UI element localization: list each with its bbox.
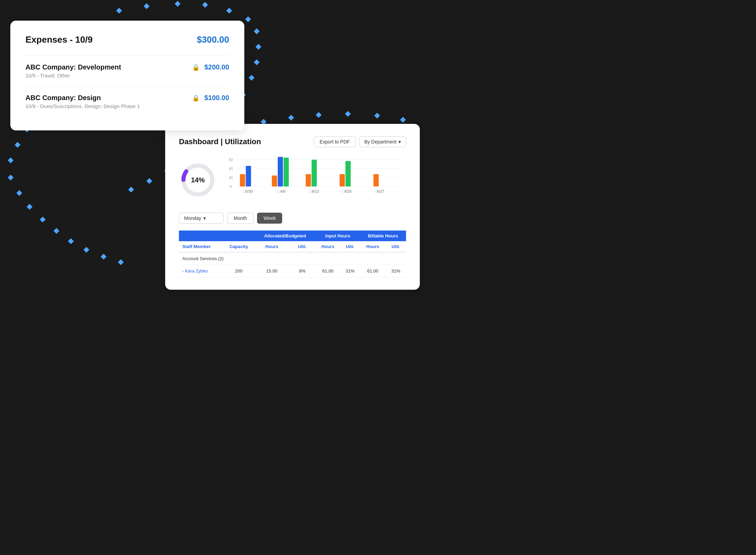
expense-item-left: ABC Company: Development 10/9 - Travel: …	[25, 63, 121, 78]
column-header-row: Staff Member Capacity Hours Util. Hours …	[179, 241, 406, 252]
month-tab[interactable]: Month	[227, 213, 254, 224]
bill-hours-cell: 61.00	[360, 265, 385, 277]
blue-diamond-decoration	[27, 204, 33, 210]
group-by-label: By Department	[364, 139, 396, 145]
col-bill-util: Util.	[385, 241, 406, 252]
blue-diamond-decoration	[40, 217, 46, 223]
chevron-right-icon: ›	[182, 269, 184, 273]
svg-text:6/20: 6/20	[344, 189, 351, 193]
bar-chart: 60 40 20 0	[224, 157, 406, 203]
blue-diamond-decoration	[254, 60, 260, 65]
alloc-hours-cell: 15.00	[255, 265, 289, 277]
svg-text:□: □	[277, 189, 280, 193]
expense-item-amount: $200.00	[204, 63, 229, 71]
chevron-down-icon: ▾	[203, 215, 206, 221]
dashboard-header: Dashboard | Utilization Export to PDF By…	[179, 136, 406, 147]
input-hours-header: Input Hours	[316, 231, 360, 241]
svg-rect-19	[373, 174, 379, 186]
svg-text:0: 0	[230, 184, 232, 189]
dashboard-actions: Export to PDF By Department ▾	[314, 136, 406, 147]
staff-member-cell: › Kara Zybko	[179, 265, 223, 277]
blue-diamond-decoration	[316, 112, 322, 118]
blue-diamond-decoration	[245, 17, 251, 22]
blue-diamond-decoration	[202, 2, 208, 8]
expense-item-right: 🔒 $200.00	[192, 63, 229, 71]
export-pdf-button[interactable]: Export to PDF	[314, 136, 356, 147]
expense-item: ABC Company: Development 10/9 - Travel: …	[25, 55, 229, 86]
blue-diamond-decoration	[256, 44, 262, 50]
blue-diamond-decoration	[175, 1, 181, 7]
col-bill-hours: Hours	[360, 241, 385, 252]
input-hours-cell: 61.00	[316, 265, 340, 277]
col-alloc-hours: Hours	[255, 241, 289, 252]
expense-item-sub: 10/9 - Travel: Other	[25, 73, 121, 78]
staff-link[interactable]: › Kara Zybko	[182, 268, 220, 274]
day-dropdown[interactable]: Monday ▾	[179, 213, 224, 224]
expense-item-amount: $100.00	[204, 94, 229, 102]
col-capacity: Capacity	[223, 241, 255, 252]
svg-rect-11	[246, 166, 251, 186]
svg-rect-18	[345, 161, 351, 186]
svg-text:20: 20	[229, 175, 233, 180]
blue-diamond-decoration	[84, 247, 89, 253]
table-group-header-row: Allocated/Budgeted Input Hours Billable …	[179, 231, 406, 241]
blue-diamond-decoration	[8, 175, 14, 181]
alloc-util-cell: 8%	[289, 265, 316, 277]
lock-icon: 🔒	[192, 64, 200, 71]
week-tab[interactable]: Week	[257, 213, 283, 224]
group-by-dropdown[interactable]: By Department ▾	[359, 136, 406, 147]
blue-diamond-decoration	[68, 238, 74, 244]
chevron-down-icon: ▾	[398, 139, 401, 145]
expense-items-list: ABC Company: Development 10/9 - Travel: …	[25, 55, 229, 117]
blue-diamond-decoration	[345, 111, 351, 117]
svg-rect-16	[312, 160, 317, 186]
donut-percentage: 14%	[191, 176, 205, 184]
blue-diamond-decoration	[116, 8, 122, 14]
bill-util-cell: 31%	[385, 265, 406, 277]
billable-hours-header: Billable Hours	[360, 231, 406, 241]
svg-text:6/27: 6/27	[377, 189, 384, 193]
input-util-cell: 31%	[340, 265, 360, 277]
utilization-table: Allocated/Budgeted Input Hours Billable …	[179, 231, 406, 277]
blue-diamond-decoration	[15, 142, 21, 148]
dashboard-card: Dashboard | Utilization Export to PDF By…	[165, 124, 420, 290]
expenses-title: Expenses - 10/9	[25, 34, 93, 45]
expense-item-right: 🔒 $100.00	[192, 94, 229, 102]
expense-item-left: ABC Company: Design 10/9 - Dues/Suscript…	[25, 94, 140, 109]
svg-text:6/13: 6/13	[312, 189, 319, 193]
expense-item-name: ABC Company: Development	[25, 63, 121, 71]
blue-diamond-decoration	[101, 254, 107, 260]
col-alloc-util: Util.	[289, 241, 316, 252]
blue-diamond-decoration	[54, 228, 60, 234]
blue-diamond-decoration	[118, 259, 124, 265]
lock-icon: 🔒	[192, 94, 200, 102]
svg-rect-12	[272, 175, 277, 186]
blue-diamond-decoration	[400, 117, 406, 123]
blue-diamond-decoration	[128, 187, 134, 193]
col-input-hours: Hours	[316, 241, 340, 252]
allocated-budgeted-header: Allocated/Budgeted	[255, 231, 316, 241]
section-label: Account Services (2)	[179, 252, 406, 265]
blue-diamond-decoration	[144, 3, 150, 9]
blue-diamond-decoration	[17, 190, 22, 196]
controls-row: Monday ▾ Month Week	[179, 213, 406, 224]
table-row: › Kara Zybko 200 15.00 8% 61.00 31% 61.0…	[179, 265, 406, 277]
donut-chart: 14%	[179, 161, 217, 199]
col-input-util: Util.	[340, 241, 360, 252]
day-dropdown-label: Monday	[184, 215, 201, 221]
expenses-header: Expenses - 10/9 $300.00	[25, 34, 229, 45]
expense-item-name: ABC Company: Design	[25, 94, 140, 102]
svg-rect-17	[340, 174, 345, 186]
empty-col	[179, 231, 255, 241]
expenses-total: $300.00	[197, 34, 229, 45]
svg-rect-14	[284, 158, 289, 186]
blue-diamond-decoration	[288, 115, 294, 121]
col-staff-member: Staff Member	[179, 241, 223, 252]
expense-item-sub: 10/9 - Dues/Suscriptions. Design: Design…	[25, 103, 140, 109]
chart-area: 14% 60 40 20 0	[179, 157, 406, 203]
svg-text:40: 40	[229, 167, 233, 171]
svg-rect-13	[278, 157, 283, 186]
blue-diamond-decoration	[147, 178, 152, 184]
blue-diamond-decoration	[374, 113, 380, 119]
svg-rect-10	[240, 174, 245, 186]
